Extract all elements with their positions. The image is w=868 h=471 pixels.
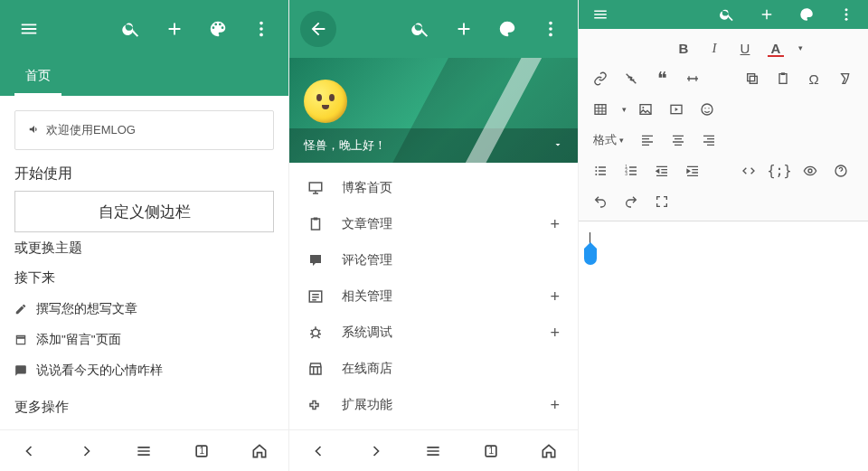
unordered-list-button[interactable] [586,157,615,184]
table-button[interactable] [586,96,615,123]
help-button[interactable] [826,157,855,184]
add-icon[interactable] [155,7,194,51]
search-icon[interactable] [401,7,440,51]
customize-sidebar-button[interactable]: 自定义侧边栏 [14,191,274,232]
avatar[interactable] [304,80,347,123]
list-item[interactable]: 添加"留言"页面 [0,325,288,355]
palette-icon[interactable] [788,0,825,29]
clear-format-button[interactable] [830,65,859,92]
unlink-button[interactable] [617,65,646,92]
nav-tabs-icon[interactable]: 1 [482,442,500,460]
format-select[interactable]: 格式▾ [586,127,631,154]
nav-tabs-icon[interactable]: 1 [193,442,211,460]
menu-item-list[interactable]: 相关管理+ [289,278,578,315]
preview-button[interactable] [796,157,825,184]
list-item[interactable]: 说说看今天的心情咋样 [0,355,288,386]
appbar [289,0,578,58]
menu-item-extension[interactable]: 扩展功能+ [289,387,578,423]
svg-point-11 [312,329,319,336]
code-block-button[interactable]: {;} [765,157,794,184]
svg-point-14 [845,14,848,16]
svg-point-24 [702,104,712,115]
special-char-button[interactable]: Ω [799,65,828,92]
search-icon[interactable] [111,7,151,51]
svg-rect-7 [309,183,322,191]
emoji-button[interactable] [693,96,722,123]
outdent-button[interactable] [647,157,676,184]
search-icon[interactable] [709,0,745,29]
table-dropdown[interactable]: ▾ [617,96,629,123]
bold-button[interactable]: B [669,34,698,61]
nav-menu-icon[interactable] [135,442,153,460]
menu-icon[interactable] [582,0,618,29]
menu-item-label: 评论管理 [333,252,560,268]
underline-button[interactable]: U [731,34,760,61]
menu-item-monitor[interactable]: 博客首页 [289,170,578,206]
menu-item-clipboard[interactable]: 文章管理+ [289,206,578,242]
greeting-bar[interactable]: 怪兽，晚上好！ [289,128,578,163]
fullscreen-button[interactable] [647,188,676,215]
horizontal-rule-button[interactable] [678,65,707,92]
blockquote-button[interactable]: ❝ [647,65,676,92]
menu-item-chat[interactable]: 评论管理 [289,242,578,278]
list-item[interactable]: 撰写您的想写文章 [0,294,288,325]
menu-item-label: 扩展功能 [333,397,550,413]
svg-rect-9 [314,218,318,221]
palette-icon[interactable] [487,7,527,51]
link-button[interactable] [586,65,615,92]
nav-back-icon[interactable] [309,442,327,460]
overflow-icon[interactable] [828,0,864,29]
chat-icon [307,252,333,268]
overflow-icon[interactable] [241,7,281,51]
paste-button[interactable] [769,65,797,92]
chevron-down-icon [552,139,563,153]
svg-rect-16 [750,76,757,83]
add-icon[interactable] [444,7,484,51]
menu-item-label: 系统调试 [333,325,550,341]
bug-icon [307,325,333,341]
text-color-dropdown[interactable]: ▾ [792,34,807,61]
align-right-button[interactable] [694,127,723,154]
expand-icon: + [550,287,560,306]
palette-icon[interactable] [198,7,238,51]
source-code-button[interactable] [734,157,763,184]
menu-item-bug[interactable]: 系统调试+ [289,315,578,351]
align-left-button[interactable] [633,127,662,154]
tab-home[interactable]: 首页 [14,59,61,96]
overflow-icon[interactable] [531,7,571,51]
chat-icon [14,364,29,377]
indent-button[interactable] [678,157,707,184]
text-color-button[interactable]: A [761,34,790,61]
svg-point-13 [845,8,848,11]
menu-icon[interactable] [7,7,51,51]
tabstrip: 首页 [0,58,288,96]
change-theme-text: 或更换主题 [14,240,274,257]
undo-button[interactable] [586,188,615,215]
video-button[interactable] [662,96,691,123]
nav-back-icon[interactable] [20,442,38,460]
add-icon[interactable] [749,0,785,29]
editor-body[interactable] [579,221,868,471]
nav-home-icon[interactable] [250,442,269,460]
nav-forward-icon[interactable] [367,442,385,460]
ordered-list-button[interactable]: 123 [617,157,646,184]
cursor-handle[interactable] [584,249,597,265]
italic-button[interactable]: I [700,34,729,61]
nav-home-icon[interactable] [540,442,558,460]
system-nav-bar: 1 [289,429,578,471]
drawer-header: 怪兽，晚上好！ [289,58,578,163]
nav-menu-icon[interactable] [424,442,442,460]
greeting-text: 怪兽，晚上好！ [304,137,386,154]
nav-forward-icon[interactable] [78,442,96,460]
redo-button[interactable] [617,188,646,215]
align-center-button[interactable] [664,127,693,154]
welcome-card: 欢迎使用EMLOG [14,110,274,150]
image-button[interactable] [631,96,660,123]
panel-dashboard: 首页 欢迎使用EMLOG 开始使用 自定义侧边栏 或更换主题 接下来 撰写您的想… [0,0,289,471]
list-item[interactable]: 管理边栏小工具和导航 [0,423,288,429]
svg-point-25 [704,108,705,108]
back-button[interactable] [297,7,340,51]
menu-item-store[interactable]: 在线商店 [289,351,578,387]
copy-button[interactable] [738,65,767,92]
page-icon [14,334,29,346]
